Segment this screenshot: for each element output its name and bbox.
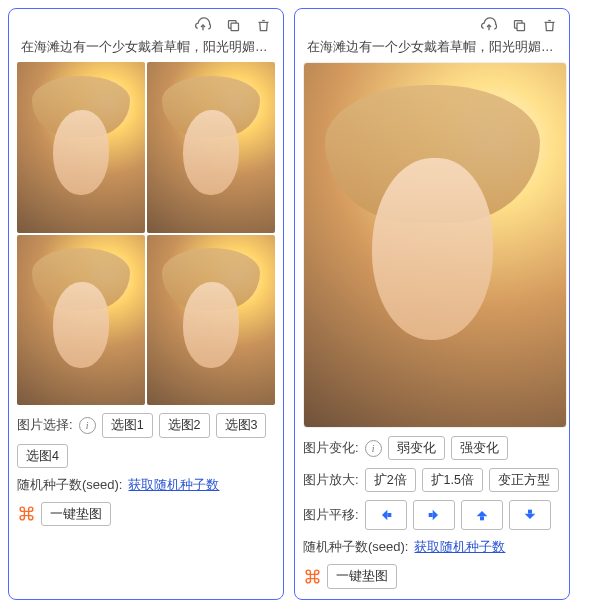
seed-label: 随机种子数(seed): xyxy=(17,476,122,494)
copy-icon[interactable] xyxy=(511,17,527,33)
svg-rect-2 xyxy=(387,513,391,517)
info-icon[interactable]: i xyxy=(365,440,382,457)
pad-image-button[interactable]: 一键垫图 xyxy=(41,502,111,526)
pan-right-button[interactable] xyxy=(413,500,455,530)
variation-label: 图片变化: xyxy=(303,439,359,457)
get-seed-link[interactable]: 获取随机种子数 xyxy=(414,538,505,556)
command-icon xyxy=(303,568,321,586)
copy-icon[interactable] xyxy=(225,17,241,33)
grid-image-3[interactable] xyxy=(17,235,145,406)
seed-row: 随机种子数(seed): 获取随机种子数 xyxy=(17,476,275,494)
get-seed-link[interactable]: 获取随机种子数 xyxy=(128,476,219,494)
svg-rect-0 xyxy=(231,23,239,31)
pad-row: 一键垫图 xyxy=(303,564,561,588)
seed-row: 随机种子数(seed): 获取随机种子数 xyxy=(303,538,561,556)
svg-rect-4 xyxy=(480,517,484,521)
image-select-row: 图片选择: i 选图1 选图2 选图3 选图4 xyxy=(17,413,275,468)
result-image[interactable] xyxy=(303,62,567,428)
svg-rect-5 xyxy=(528,510,532,514)
right-card: 在海滩边有一个少女戴着草帽，阳光明媚，少女美... 图片变化: i 弱变化 强变… xyxy=(294,8,570,600)
zoom-row: 图片放大: 扩2倍 扩1.5倍 变正方型 xyxy=(303,468,561,492)
grid-image-1[interactable] xyxy=(17,62,145,233)
delete-icon[interactable] xyxy=(541,17,557,33)
make-square-button[interactable]: 变正方型 xyxy=(489,468,559,492)
select-image-1-button[interactable]: 选图1 xyxy=(102,413,153,437)
pad-image-button[interactable]: 一键垫图 xyxy=(327,564,397,588)
grid-image-2[interactable] xyxy=(147,62,275,233)
upload-icon[interactable] xyxy=(481,17,497,33)
pad-row: 一键垫图 xyxy=(17,502,275,526)
variation-row: 图片变化: i 弱变化 强变化 xyxy=(303,436,561,460)
pan-down-button[interactable] xyxy=(509,500,551,530)
svg-rect-1 xyxy=(517,23,525,31)
upload-icon[interactable] xyxy=(195,17,211,33)
card-toolbar xyxy=(17,15,275,37)
pan-up-button[interactable] xyxy=(461,500,503,530)
card-toolbar xyxy=(303,15,561,37)
grid-image-4[interactable] xyxy=(147,235,275,406)
prompt-text: 在海滩边有一个少女戴着草帽，阳光明媚，少女美... xyxy=(307,39,557,56)
image-grid xyxy=(17,62,275,405)
weak-variation-button[interactable]: 弱变化 xyxy=(388,436,445,460)
info-icon[interactable]: i xyxy=(79,417,96,434)
pan-left-button[interactable] xyxy=(365,500,407,530)
image-select-label: 图片选择: xyxy=(17,416,73,434)
select-image-4-button[interactable]: 选图4 xyxy=(17,444,68,468)
pan-label: 图片平移: xyxy=(303,506,359,524)
pan-row: 图片平移: xyxy=(303,500,561,530)
prompt-text: 在海滩边有一个少女戴着草帽，阳光明媚，少女美... xyxy=(21,39,271,56)
select-image-3-button[interactable]: 选图3 xyxy=(216,413,267,437)
strong-variation-button[interactable]: 强变化 xyxy=(451,436,508,460)
seed-label: 随机种子数(seed): xyxy=(303,538,408,556)
zoom-2x-button[interactable]: 扩2倍 xyxy=(365,468,416,492)
zoom-label: 图片放大: xyxy=(303,471,359,489)
left-card: 在海滩边有一个少女戴着草帽，阳光明媚，少女美... 图片选择: i 选图1 选图… xyxy=(8,8,284,600)
delete-icon[interactable] xyxy=(255,17,271,33)
svg-rect-3 xyxy=(428,513,432,517)
zoom-1_5x-button[interactable]: 扩1.5倍 xyxy=(422,468,483,492)
select-image-2-button[interactable]: 选图2 xyxy=(159,413,210,437)
command-icon xyxy=(17,505,35,523)
